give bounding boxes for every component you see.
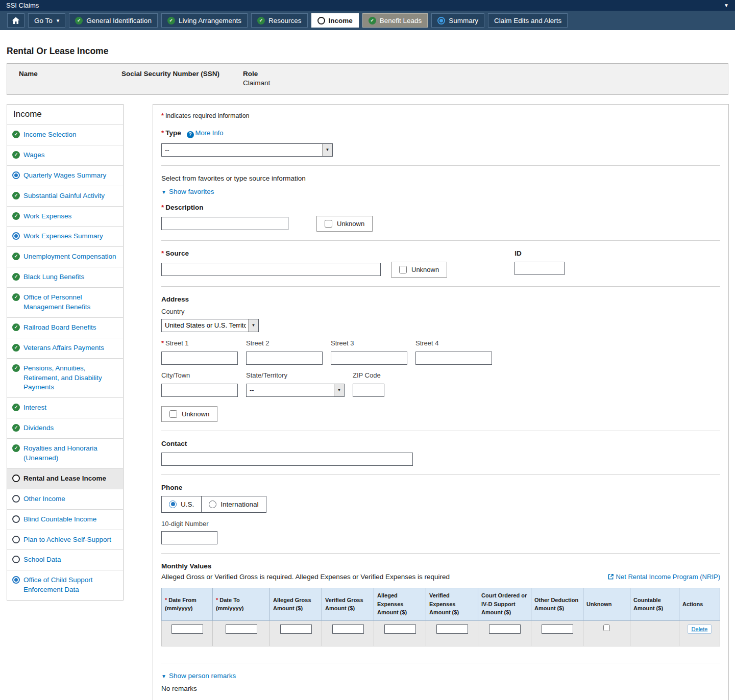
phone-us-radio[interactable]: U.S. <box>162 496 201 512</box>
address-section-label: Address <box>161 295 720 303</box>
alleged-gross-input[interactable] <box>280 624 312 634</box>
sidebar-item-other-income[interactable]: Other Income <box>7 489 123 510</box>
sidebar-item-ocse-data[interactable]: Office of Child Support Enforcement Data <box>7 570 123 600</box>
col-countable: Countable Amount ($) <box>630 588 679 620</box>
more-info-link[interactable]: ?More Info <box>183 129 224 137</box>
tab-income[interactable]: Income <box>311 13 359 28</box>
chevron-down-icon[interactable]: ▼ <box>724 3 729 8</box>
street4-input[interactable] <box>415 352 492 365</box>
col-date-from: *Date From (mm/yyyy) <box>162 588 213 620</box>
phone-label: Phone <box>161 484 720 491</box>
sidebar-item-quarterly-wages-summary[interactable]: Quarterly Wages Summary <box>7 166 123 186</box>
street1-label: *Street 1 <box>161 339 238 347</box>
description-input[interactable] <box>161 217 288 230</box>
sidebar-item-blind-countable-income[interactable]: Blind Countable Income <box>7 510 123 530</box>
monthly-values-table: *Date From (mm/yyyy) *Date To (mm/yyyy) … <box>161 588 720 646</box>
tab-living-arrangements[interactable]: ✓ Living Arrangements <box>161 13 248 28</box>
sidebar-item-royalties-honoraria[interactable]: ✓ Royalties and Honoraria (Unearned) <box>7 439 123 469</box>
unknown-label: Unknown <box>337 220 364 228</box>
col-date-to: *Date To (mm/yyyy) <box>213 588 270 620</box>
sidebar-item-wages[interactable]: ✓ Wages <box>7 145 123 166</box>
tab-resources[interactable]: ✓ Resources <box>251 13 308 28</box>
empty-circle-icon <box>12 556 20 563</box>
source-unknown-checkbox[interactable] <box>399 266 407 273</box>
person-header: Name Social Security Number (SSN) Role C… <box>7 63 728 95</box>
phone-international-radio[interactable]: International <box>201 496 265 512</box>
section-divider <box>161 286 720 287</box>
sidebar-item-veterans-affairs-payments[interactable]: ✓ Veterans Affairs Payments <box>7 338 123 359</box>
state-select[interactable]: -- <box>246 384 345 397</box>
verified-expenses-input[interactable] <box>436 624 468 634</box>
sidebar-item-work-expenses-summary[interactable]: Work Expenses Summary <box>7 227 123 247</box>
tab-label: Income <box>329 17 353 24</box>
sidebar-item-work-expenses[interactable]: ✓ Work Expenses <box>7 207 123 227</box>
type-select[interactable]: -- <box>161 143 333 157</box>
col-other-deduction: Other Deduction Amount ($) <box>531 588 583 620</box>
source-unknown-box[interactable]: Unknown <box>391 262 447 278</box>
page-title: Rental Or Lease Income <box>7 46 728 57</box>
tab-label: Resources <box>268 17 302 24</box>
show-favorites-toggle[interactable]: ▼Show favorites <box>161 188 214 195</box>
phone-number-input[interactable] <box>161 531 217 544</box>
street2-label: Street 2 <box>246 339 323 347</box>
street2-input[interactable] <box>246 352 323 365</box>
sidebar-item-dividends[interactable]: ✓ Dividends <box>7 418 123 439</box>
col-actions: Actions <box>679 588 720 620</box>
address-unknown-box[interactable]: Unknown <box>161 406 217 422</box>
sidebar-title: Income <box>7 105 123 125</box>
row-unknown-checkbox[interactable] <box>603 624 610 631</box>
sidebar-item-opm-benefits[interactable]: ✓ Office of Personnel Management Benefit… <box>7 288 123 318</box>
tab-label: Summary <box>449 17 478 24</box>
zip-input[interactable] <box>353 384 384 397</box>
tab-label: Benefit Leads <box>380 17 422 24</box>
radio-circle-icon <box>317 17 325 24</box>
description-unknown-box[interactable]: Unknown <box>316 216 373 232</box>
contact-input[interactable] <box>161 453 413 466</box>
description-unknown-checkbox[interactable] <box>325 220 332 228</box>
show-person-remarks-toggle[interactable]: ▼Show person remarks <box>161 672 236 680</box>
unknown-label: Unknown <box>182 410 209 418</box>
court-ordered-input[interactable] <box>489 624 521 634</box>
date-to-input[interactable] <box>226 624 257 634</box>
city-input[interactable] <box>161 384 238 397</box>
source-input[interactable] <box>161 263 381 276</box>
col-verified-gross: Verified Gross Amount ($) <box>322 588 374 620</box>
other-deduction-input[interactable] <box>542 624 573 634</box>
sidebar-item-unemployment-compensation[interactable]: ✓ Unemployment Compensation <box>7 247 123 267</box>
verified-gross-input[interactable] <box>332 624 364 634</box>
tab-label: Living Arrangements <box>179 17 241 24</box>
country-select[interactable]: United States or U.S. Territory <box>161 319 259 332</box>
tab-claim-edits-and-alerts[interactable]: Claim Edits and Alerts <box>488 13 568 28</box>
go-to-button[interactable]: Go To ▾ <box>28 13 65 28</box>
address-unknown-checkbox[interactable] <box>169 410 177 418</box>
nrip-link[interactable]: Net Rental Income Program (NRIP) <box>607 573 720 581</box>
sidebar-item-railroad-board-benefits[interactable]: ✓ Railroad Board Benefits <box>7 318 123 338</box>
city-label: City/Town <box>161 371 238 379</box>
sidebar-item-plan-to-achieve-self-support[interactable]: Plan to Achieve Self-Support <box>7 530 123 551</box>
tab-benefit-leads[interactable]: ✓ Benefit Leads <box>362 13 428 28</box>
home-button[interactable] <box>7 13 24 28</box>
monthly-values-hint: Alleged Gross or Verified Gross is requi… <box>161 573 450 581</box>
col-alleged-expenses: Alleged Expenses Amount ($) <box>374 588 426 620</box>
contact-label: Contact <box>161 440 720 447</box>
chevron-down-icon: ▼ <box>161 189 166 195</box>
alleged-expenses-input[interactable] <box>384 624 416 634</box>
sidebar-item-school-data[interactable]: School Data <box>7 550 123 570</box>
delete-row-button[interactable]: Delete <box>688 624 712 634</box>
street3-input[interactable] <box>331 352 407 365</box>
tab-summary[interactable]: Summary <box>431 13 484 28</box>
sidebar-item-rental-and-lease-income[interactable]: Rental and Lease Income <box>7 469 123 489</box>
tab-general-identification[interactable]: ✓ General Identification <box>69 13 158 28</box>
sidebar-item-pensions-annuities[interactable]: ✓ Pensions, Annuities, Retirement, and D… <box>7 359 123 398</box>
favorites-hint: Select from favorites or type source inf… <box>161 174 720 182</box>
sidebar-item-income-selection[interactable]: ✓ Income Selection <box>7 125 123 145</box>
sidebar-item-interest[interactable]: ✓ Interest <box>7 398 123 418</box>
street1-input[interactable] <box>161 352 238 365</box>
sidebar-item-substantial-gainful-activity[interactable]: ✓ Substantial Gainful Activity <box>7 186 123 207</box>
monthly-values-title: Monthly Values <box>161 562 450 570</box>
sidebar-item-black-lung-benefits[interactable]: ✓ Black Lung Benefits <box>7 267 123 288</box>
date-from-input[interactable] <box>172 624 203 634</box>
street3-label: Street 3 <box>331 339 407 347</box>
remarks-empty-text: No remarks <box>161 685 720 692</box>
source-id-input[interactable] <box>514 262 565 275</box>
